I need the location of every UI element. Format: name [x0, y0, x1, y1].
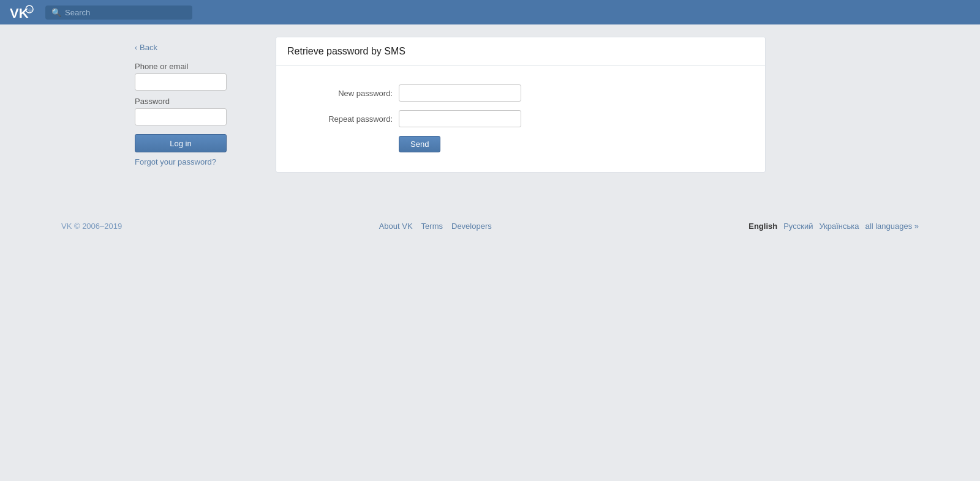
- main-content: ‹ Back Phone or email Password Log in Fo…: [123, 24, 858, 173]
- lang-russian[interactable]: Русский: [783, 222, 813, 231]
- footer: VK © 2006–2019 About VK Terms Developers…: [0, 209, 980, 243]
- retrieve-card-header: Retrieve password by SMS: [276, 37, 765, 66]
- footer-copyright: VK © 2006–2019: [61, 222, 122, 231]
- retrieve-card-body: New password: Repeat password: Send: [276, 66, 765, 171]
- new-password-input[interactable]: [399, 84, 521, 102]
- retrieve-password-form: New password: Repeat password: Send: [301, 84, 741, 152]
- password-group: Password: [135, 97, 251, 125]
- phone-email-label: Phone or email: [135, 62, 251, 71]
- retrieve-card-title: Retrieve password by SMS: [287, 46, 405, 56]
- send-button[interactable]: Send: [399, 136, 440, 152]
- password-label: Password: [135, 97, 251, 106]
- search-input[interactable]: [65, 8, 186, 17]
- forgot-password-link[interactable]: Forgot your password?: [135, 157, 251, 166]
- footer-languages: English Русский Українська all languages…: [748, 222, 919, 231]
- footer-link-developers[interactable]: Developers: [451, 222, 492, 231]
- svg-text:☺: ☺: [28, 7, 32, 13]
- footer-link-about-vk[interactable]: About VK: [379, 222, 413, 231]
- lang-ukrainian[interactable]: Українська: [819, 222, 859, 231]
- search-icon: 🔍: [51, 8, 61, 17]
- password-input[interactable]: [135, 108, 227, 125]
- repeat-password-input[interactable]: [399, 110, 521, 127]
- footer-links: About VK Terms Developers: [379, 222, 492, 231]
- retrieve-password-card: Retrieve password by SMS New password: R…: [276, 37, 766, 173]
- repeat-password-row: Repeat password:: [301, 110, 521, 127]
- repeat-password-label: Repeat password:: [301, 114, 393, 124]
- login-panel: ‹ Back Phone or email Password Log in Fo…: [123, 37, 263, 173]
- phone-email-group: Phone or email: [135, 62, 251, 91]
- login-button[interactable]: Log in: [135, 134, 227, 152]
- header: VK ☺ 🔍: [0, 0, 980, 24]
- footer-link-terms[interactable]: Terms: [421, 222, 443, 231]
- lang-all[interactable]: all languages »: [865, 222, 919, 231]
- back-arrow-icon: ‹: [135, 43, 137, 52]
- vk-logo[interactable]: VK ☺: [10, 4, 36, 20]
- back-link[interactable]: ‹ Back: [135, 43, 251, 52]
- new-password-row: New password:: [301, 84, 521, 102]
- back-label: Back: [140, 43, 157, 52]
- new-password-label: New password:: [301, 89, 393, 98]
- phone-email-input[interactable]: [135, 73, 227, 91]
- search-bar[interactable]: 🔍: [45, 6, 192, 20]
- lang-english[interactable]: English: [748, 222, 777, 231]
